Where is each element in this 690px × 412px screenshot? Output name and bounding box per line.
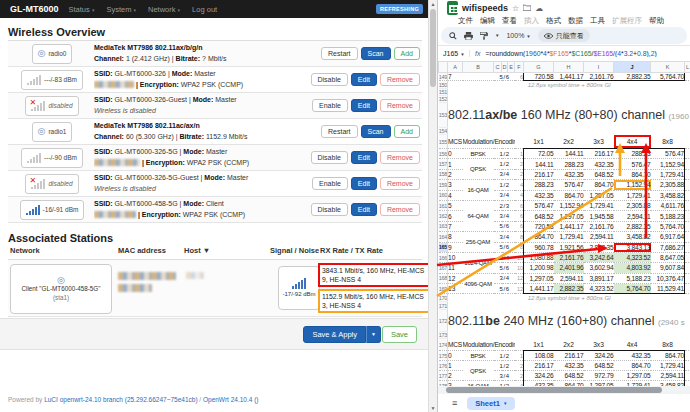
cell-rate[interactable]: 864.70 [524,232,554,242]
cell-modulation[interactable]: 1024-QAM [463,252,494,273]
cell-rate[interactable]: 3,602.94 [584,263,614,273]
cell-rate[interactable]: 720.58 [524,221,554,231]
row-header-170[interactable]: 170 [439,294,448,302]
cell-mcs[interactable]: 3 [448,180,463,190]
row-header-152[interactable]: 152 [439,96,448,103]
cell-rate[interactable]: 432.35 [614,351,651,361]
column-header-I[interactable]: I [584,62,614,73]
cell-rate[interactable]: 648.52 [524,211,554,221]
cell-rate[interactable]: 2,594.11 [651,371,685,381]
cell-rate[interactable]: 4,323.52 [584,284,614,294]
cell-rate[interactable]: 648.52 [584,169,614,179]
cell-coding[interactable]: 5 / 6 [494,221,515,231]
paint-format-icon[interactable] [480,32,488,40]
cell-l-blank[interactable] [685,211,690,221]
section-title[interactable]: 802.11be 240 MHz (160+80) channel (2940 … [448,310,690,332]
cell-rate[interactable]: 4,611.76 [651,200,685,210]
cell-rate[interactable]: 5,764.70 [614,284,651,294]
luci-scrollbar[interactable]: ▲ ▼ [428,0,437,412]
cell-rate[interactable]: 4,803.92 [614,263,651,273]
cell-rate[interactable]: 3,891.17 [584,273,614,283]
cell-rate[interactable]: 432.35 [524,190,554,200]
cell-coding[interactable]: 3 / 4 [494,252,515,262]
cell-rate[interactable]: 1,441.17 [524,284,554,294]
cell-bits[interactable]: 8 [515,232,524,242]
cell-l-blank[interactable] [685,149,690,159]
disable-button[interactable]: Disable [311,73,348,86]
cell-rate[interactable]: 1,297.05 [554,211,584,221]
row-header-172[interactable]: 172 [439,310,448,332]
cell-rate[interactable]: 972.79 [584,371,614,381]
edit-button[interactable]: Edit [351,73,377,86]
cell-rate[interactable]: 144.11 [554,149,584,159]
header-l-blank[interactable] [685,135,690,149]
cell-l-blank[interactable] [685,361,690,371]
cell-rate[interactable]: 1,921.56 [554,242,584,252]
cell-mcs[interactable]: 0 [448,351,463,361]
cell-coding[interactable]: 3 / 4 [494,169,515,179]
cell-rate[interactable]: 2,161.76 [584,221,614,231]
header-modulation[interactable]: Modulation/Encoding [463,339,515,351]
cell-coding[interactable]: 3 / 4 [494,211,515,221]
cell-coding[interactable]: 3 / 4 [494,371,515,381]
column-header-E[interactable]: E [508,62,515,73]
row-header-165[interactable]: 165 [439,242,448,252]
row-header-156[interactable]: 156 [439,149,448,159]
edit-button[interactable]: Edit [351,177,377,190]
row-header-167[interactable]: 167 [439,263,448,273]
enable-button[interactable]: Enable [312,99,348,112]
cell-rate[interactable]: 576.47 [554,180,584,190]
cell-bits[interactable]: 12 [515,273,524,283]
cell-rate[interactable]: 432.35 [584,159,614,169]
add-button[interactable]: Add [394,125,420,138]
cell-mcs[interactable]: 2 [448,169,463,179]
cell-rate[interactable]: 3,458.82 [614,232,651,242]
cell-mcs[interactable]: 10 [448,252,463,262]
remove-button[interactable]: Remove [380,73,420,86]
remove-button[interactable]: Remove [380,203,420,216]
header-stream-4x4[interactable]: 4x4 [614,339,651,351]
cell-bits[interactable]: 10 [515,252,524,262]
cell-rate[interactable]: 5,764.70 [651,73,685,81]
cell-rate[interactable]: 864.70 [614,169,651,179]
cell-l-blank[interactable] [685,180,690,190]
cell-rate[interactable]: 2,305.88 [651,180,685,190]
cell-coding[interactable]: 1 / 2 [494,159,515,169]
header-l-blank[interactable] [685,339,690,351]
cell-rate[interactable]: 6,917.64 [651,232,685,242]
cell-coding[interactable]: 5 / 6 [494,284,515,294]
cell-rate[interactable]: 72.05 [524,149,554,159]
symbol-time-note[interactable]: 12.8µs symbol time + 800ns GI [448,81,690,89]
cell-l-blank[interactable] [685,73,690,81]
row-header-150[interactable]: 150 [439,81,448,89]
cell-rate[interactable]: 576.47 [651,149,685,159]
cell-mcs[interactable]: 8 [448,232,463,242]
cell-l-blank[interactable] [685,252,690,262]
cell-mcs[interactable]: 5 [448,200,463,210]
cell-mcs[interactable]: 9 [448,242,463,252]
save-apply-label[interactable]: Save & Apply [303,326,366,343]
cell-rate[interactable]: 2,594.11 [614,211,651,221]
row-header-177[interactable]: 177 [439,371,448,381]
row-header-149[interactable]: 149 [439,73,448,81]
cell-rate[interactable]: 2,305.88 [614,200,651,210]
cell-rate[interactable]: 2,161.76 [554,252,584,262]
cell-mcs[interactable]: 4 [448,190,463,200]
cell-rate[interactable]: 2,882.35 [614,73,651,81]
luci-menu-network[interactable]: Network ▾ [148,5,180,14]
cell-l-blank[interactable] [685,169,690,179]
scan-button[interactable]: Scan [361,125,391,138]
cell-rate[interactable]: 1,200.98 [524,263,554,273]
header-stream-4x4[interactable]: 4x4 [614,135,651,149]
row-header-153[interactable]: 153 [439,103,448,128]
cell-rate[interactable]: 432.35 [554,169,584,179]
cell-l-blank[interactable] [685,371,690,381]
cell-bits[interactable]: 6 [515,211,524,221]
cell-rate[interactable]: 1,297.05 [524,273,554,283]
cell-bits[interactable]: 2 [515,159,524,169]
print-icon[interactable] [464,32,473,40]
openwrt-version-link[interactable]: OpenWrt 24.10.4 () [203,396,259,403]
cell-rate[interactable]: 1,152.94 [651,159,685,169]
cell-rate[interactable]: 10,376.47 [651,273,685,283]
row-header-175[interactable]: 175 [439,351,448,361]
